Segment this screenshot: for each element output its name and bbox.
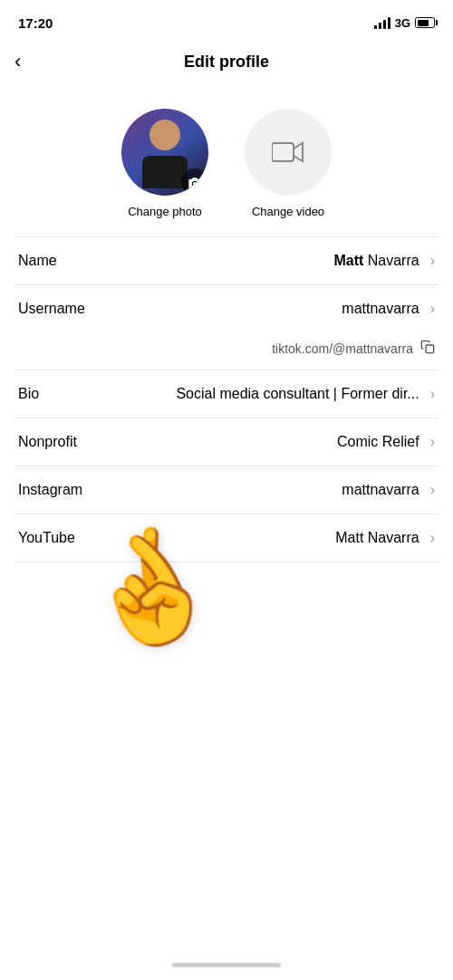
network-label: 3G (395, 16, 410, 30)
nonprofit-field-row[interactable]: Nonprofit Comic Relief › (0, 418, 453, 466)
youtube-value: Matt Navarra (335, 530, 419, 546)
nonprofit-chevron-icon: › (430, 434, 435, 450)
username-chevron-icon: › (430, 301, 435, 317)
instagram-value-group: mattnavarra › (342, 482, 435, 498)
url-row[interactable]: tiktok.com/@mattnavarra (0, 332, 453, 370)
page-title: Edit profile (184, 53, 269, 72)
change-video-item[interactable]: Change video (245, 109, 332, 218)
instagram-value: mattnavarra (342, 482, 419, 498)
header: ‹ Edit profile (0, 40, 453, 87)
name-field-row[interactable]: Name Matt Navarra › (0, 237, 453, 284)
name-label: Name (18, 253, 100, 269)
nonprofit-value-group: Comic Relief › (337, 434, 435, 450)
battery-icon (415, 17, 435, 28)
username-label: Username (18, 301, 100, 317)
change-photo-label: Change photo (128, 205, 202, 218)
nonprofit-value: Comic Relief (337, 434, 419, 450)
username-value: mattnavarra (342, 301, 419, 317)
home-indicator (172, 963, 281, 967)
username-field-row[interactable]: Username mattnavarra › (0, 285, 453, 332)
youtube-chevron-icon: › (430, 530, 435, 546)
change-photo-item[interactable]: Change photo (121, 109, 208, 218)
bio-chevron-icon: › (430, 386, 435, 402)
status-icons: 3G (374, 16, 435, 30)
svg-rect-1 (426, 345, 434, 353)
copy-icon[interactable] (420, 340, 435, 357)
signal-icon (374, 16, 390, 29)
youtube-value-group: Matt Navarra › (335, 530, 435, 546)
back-button[interactable]: ‹ (14, 50, 21, 73)
name-value: Matt Navarra (333, 253, 419, 269)
instagram-chevron-icon: › (430, 482, 435, 498)
name-chevron-icon: › (430, 253, 435, 269)
instagram-field-row[interactable]: Instagram mattnavarra › (0, 466, 453, 514)
youtube-label: YouTube (18, 530, 100, 546)
youtube-field-row[interactable]: YouTube Matt Navarra › (0, 514, 453, 562)
avatar-head (149, 120, 180, 150)
username-value-group: mattnavarra › (342, 301, 435, 317)
change-video-label: Change video (252, 205, 324, 218)
nonprofit-label: Nonprofit (18, 434, 100, 450)
profile-media-section: Change photo Change video (0, 87, 453, 236)
bio-value: Social media consultant | Former dir... (176, 386, 419, 402)
instagram-label: Instagram (18, 482, 100, 498)
status-bar: 17:20 3G (0, 0, 453, 40)
status-time: 17:20 (18, 15, 53, 31)
name-value-group: Matt Navarra › (333, 253, 435, 269)
url-value: tiktok.com/@mattnavarra (272, 341, 413, 356)
bio-field-row[interactable]: Bio Social media consultant | Former dir… (0, 370, 453, 418)
divider-youtube (14, 562, 439, 562)
bio-value-group: Social media consultant | Former dir... … (176, 386, 435, 402)
profile-photo[interactable] (121, 109, 208, 196)
video-placeholder[interactable] (245, 109, 332, 196)
bio-label: Bio (18, 386, 100, 402)
svg-rect-0 (272, 143, 294, 161)
camera-overlay-icon (181, 168, 208, 196)
